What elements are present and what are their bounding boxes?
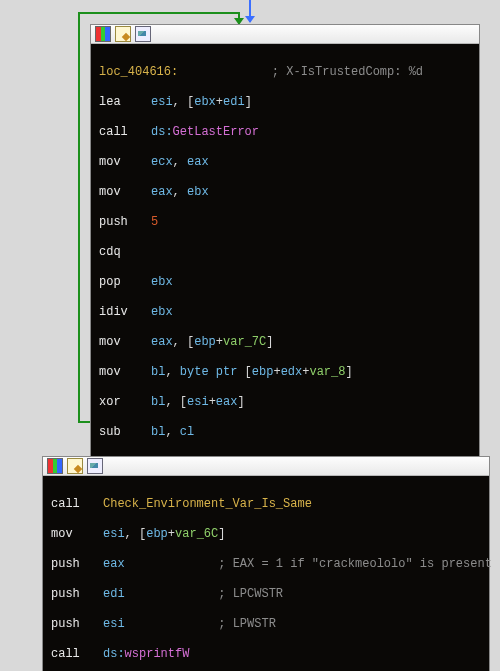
flow-arrow-loop-bottom [78,421,90,423]
edit-icon[interactable] [115,26,131,42]
comment: ; LPCWSTR [218,587,283,601]
loc-label: loc_404616: [99,65,178,79]
edit-icon[interactable] [67,458,83,474]
comment: ; X-IsTrustedComp: %d [272,65,423,79]
flow-arrow-in-blue [249,0,251,22]
flow-arrow-loop-into [238,12,240,24]
graph-icon[interactable] [135,26,151,42]
api-wsprintfw: wsprintfW [125,647,190,661]
api-getlasterror: GetLastError [173,125,259,139]
flow-arrow-loop-side [78,12,80,422]
call-check-env: Check_Environment_Var_Is_Same [103,497,312,511]
graph-icon[interactable] [87,458,103,474]
comment: ; LPWSTR [218,617,276,631]
comment: ; EAX = 1 if "crackmeololo" is present [218,557,492,571]
color-icon[interactable] [47,458,63,474]
block-titlebar [91,25,479,44]
flow-arrow-loop-top [78,12,240,14]
color-icon[interactable] [95,26,111,42]
block-titlebar [43,457,489,476]
disasm-code[interactable]: callCheck_Environment_Var_Is_Same movesi… [43,476,489,671]
disasm-block-next[interactable]: callCheck_Environment_Var_Is_Same movesi… [42,456,490,671]
